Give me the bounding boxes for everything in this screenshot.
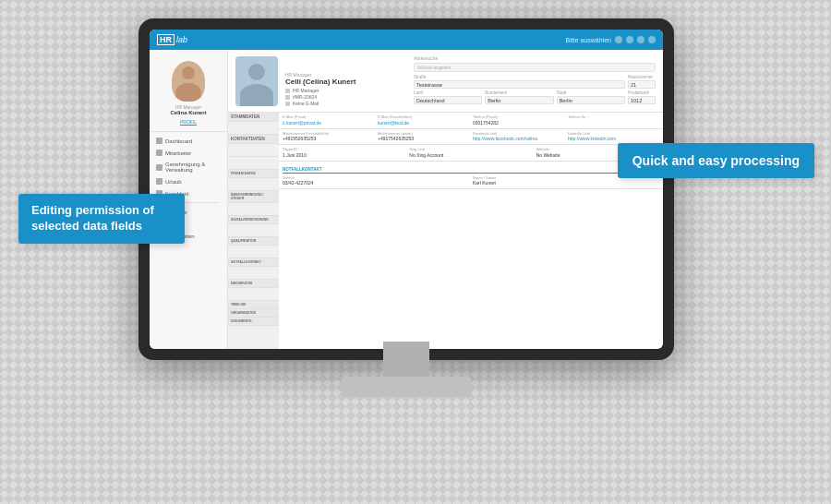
houseno-label: Hausnummer bbox=[628, 75, 656, 79]
spacer-7 bbox=[228, 246, 279, 258]
street-label: Straße bbox=[414, 75, 625, 79]
sidebar-item-genehmigung[interactable]: Genehmigung & Verwaltung bbox=[153, 160, 223, 174]
skype-row-section: Skype ID 1 Juni 2010 Xing Link No Xing A… bbox=[279, 145, 663, 162]
section-sozialversicherung: SOZIALVERSICHERUNG bbox=[228, 216, 279, 224]
form-row-location: Land Deutschland Bundesland Berlin bbox=[414, 90, 656, 104]
profile-meta: HR Manager #MR-20624 Keine bbox=[285, 88, 406, 106]
email-private-label: E-Mail (Privat) bbox=[283, 114, 374, 119]
profile-header-area: HR Manager Celli (Celina) Kunert HR Mana… bbox=[228, 50, 663, 113]
state-label: Bundesland bbox=[485, 90, 553, 95]
mobile-business-value: +491552635253 bbox=[283, 136, 374, 141]
zip-label: Postleitzahl bbox=[628, 90, 656, 95]
app-body: HR Manager Celina Kunert PROFIL Dashboar… bbox=[150, 50, 663, 349]
spacer-1 bbox=[228, 122, 279, 135]
sidebar-item-mitarbeiter[interactable]: Mitarbeiter bbox=[153, 148, 223, 158]
houseno-value[interactable]: 21 bbox=[628, 80, 656, 89]
emergency-phone-value: 03/42-4227024 bbox=[283, 180, 469, 186]
field-street: Straße Teststrasse bbox=[414, 75, 625, 89]
cell-email-business: E-Mail (Geschäftlich) kunert@test.de bbox=[378, 114, 469, 126]
field-zip: Postleitzahl 1012 bbox=[628, 90, 656, 104]
street-value[interactable]: Teststrasse bbox=[414, 80, 625, 89]
spacer-2 bbox=[228, 144, 279, 157]
notfallkontakt-section: NOTFALLKONTAKT Telefon 03/42-4227024 N bbox=[279, 165, 663, 190]
email-row: E-Mail (Privat) z.kunert@privat.de E-Mai… bbox=[283, 114, 659, 126]
refresh-icon bbox=[648, 36, 656, 43]
section-dokumente: DOKUMENTE bbox=[228, 318, 279, 326]
city-value[interactable]: Berlin bbox=[557, 96, 625, 104]
skype-value: 1 Juni 2010 bbox=[283, 152, 405, 158]
country-value[interactable]: Deutschland bbox=[414, 96, 482, 104]
field-houseno: Hausnummer 21 bbox=[628, 75, 656, 89]
section-stammdaten: STAMMDATEN bbox=[228, 113, 279, 122]
monitor: HR lab Bitte auswählen bbox=[138, 18, 674, 406]
mobile-private-value: +4917542635253 bbox=[378, 136, 469, 141]
spacer-8 bbox=[228, 267, 279, 280]
section-nachwuchs: NACHWUCHS bbox=[228, 280, 279, 288]
sidebar-item-dashboard[interactable]: Dashboard bbox=[153, 136, 223, 146]
address-placeholder: Adresse eingeben bbox=[417, 66, 451, 70]
sidebar-label-mitarbeiter: Mitarbeiter bbox=[165, 150, 191, 156]
app-header-right: Bitte auswählen bbox=[566, 36, 656, 43]
monitor-base bbox=[342, 377, 471, 397]
app: HR lab Bitte auswählen bbox=[150, 30, 663, 349]
home-icon bbox=[156, 138, 163, 144]
city-label: Stadt bbox=[557, 90, 625, 95]
section-privatedaten: PRIVATEDATEN bbox=[228, 170, 279, 178]
app-header: HR lab Bitte auswählen bbox=[150, 30, 663, 50]
section-notfallkontakt: NOTFALLKONTAKT bbox=[228, 258, 279, 267]
expand-icon bbox=[637, 36, 644, 43]
monitor-body: HR lab Bitte auswählen bbox=[138, 18, 674, 360]
zip-value[interactable]: 1012 bbox=[628, 96, 656, 104]
meta-role: HR Manager bbox=[293, 88, 319, 93]
section-qualifikation: QUALIFIKATION bbox=[228, 237, 279, 246]
app-logo: HR lab bbox=[157, 34, 187, 45]
mobile-business-label: Mobilnummer Geschäftsführ bbox=[283, 131, 374, 136]
profile-header-name: Celli (Celina) Kunert bbox=[285, 78, 406, 86]
sidebar-profile: HR Manager Celina Kunert PROFIL bbox=[150, 55, 227, 132]
email-icon bbox=[285, 102, 290, 106]
spacer-9 bbox=[228, 288, 279, 301]
email-private-value: z.kunert@privat.de bbox=[283, 120, 374, 126]
form-row-street: Straße Teststrasse Hausnummer 21 bbox=[414, 75, 656, 89]
skype-row: Skype ID 1 Juni 2010 Xing Link No Xing A… bbox=[283, 147, 659, 158]
users-icon bbox=[156, 150, 163, 156]
profile-photo bbox=[235, 56, 278, 106]
mobile-private-label: Mobilnummer (privat) bbox=[378, 131, 469, 136]
mobile-row: Mobilnummer Geschäftsführ +491552635253 … bbox=[283, 131, 659, 142]
vacation-icon bbox=[156, 178, 163, 185]
skype-label: Skype ID bbox=[283, 147, 405, 151]
field-state: Bundesland Berlin bbox=[485, 90, 553, 104]
address-input[interactable]: Adresse eingeben bbox=[414, 63, 656, 72]
scene: HR lab Bitte auswählen bbox=[0, 0, 831, 504]
spacer-4 bbox=[228, 178, 279, 191]
cell-skype: Skype ID 1 Juni 2010 bbox=[283, 147, 405, 158]
spacer-6 bbox=[228, 224, 279, 237]
cell-facebook: Facebook Link http://www.facebook.com/ce… bbox=[473, 131, 564, 142]
cell-phone-private: Telefon (Privat) 0301754282 bbox=[473, 114, 564, 126]
notfallkontakt-title: NOTFALLKONTAKT bbox=[283, 167, 659, 174]
meta-id: #MR-20624 bbox=[293, 94, 317, 100]
emergency-phone-label: Telefon bbox=[283, 175, 469, 180]
emergency-row: Telefon 03/42-4227024 Name / Status Karl… bbox=[283, 175, 659, 186]
meta-row-3: Keine E-Mail bbox=[285, 101, 406, 106]
header-text: Bitte auswählen bbox=[566, 37, 611, 43]
linkedin-value: http://www.linkedin.com bbox=[568, 136, 659, 141]
cell-mobile-private: Mobilnummer (privat) +4917542635253 bbox=[378, 131, 469, 142]
cell-mobile-business: Mobilnummer Geschäftsführ +491552635253 bbox=[283, 131, 374, 142]
cell-email-private: E-Mail (Privat) z.kunert@privat.de bbox=[283, 114, 374, 126]
cell-emergency-phone: Telefon 03/42-4227024 bbox=[283, 175, 469, 186]
phone-private-label: Telefon (Privat) bbox=[473, 114, 564, 119]
state-value[interactable]: Berlin bbox=[485, 96, 553, 104]
section-labels: STAMMDATEN KONTAKTDATEN PRIVATEDATEN BAN… bbox=[228, 113, 279, 349]
approval-icon bbox=[156, 164, 163, 171]
section-bankverbindung: BANKVERBINDUNG / STEUER bbox=[228, 191, 279, 203]
sidebar-item-urlaub[interactable]: Urlaub bbox=[153, 176, 223, 186]
emergency-name-value: Karl Kunert bbox=[473, 180, 659, 186]
tab-profil[interactable]: PROFIL bbox=[180, 119, 197, 126]
mobile-row-section: Mobilnummer Geschäftsführ +491552635253 … bbox=[279, 129, 663, 146]
callout-right-text: Quick and easy processing bbox=[632, 153, 800, 168]
sidebar-label-dashboard: Dashboard bbox=[165, 138, 192, 144]
country-label: Land bbox=[414, 90, 482, 95]
section-timeline: TIMELINE bbox=[228, 301, 279, 309]
field-city: Stadt Berlin bbox=[557, 90, 625, 104]
